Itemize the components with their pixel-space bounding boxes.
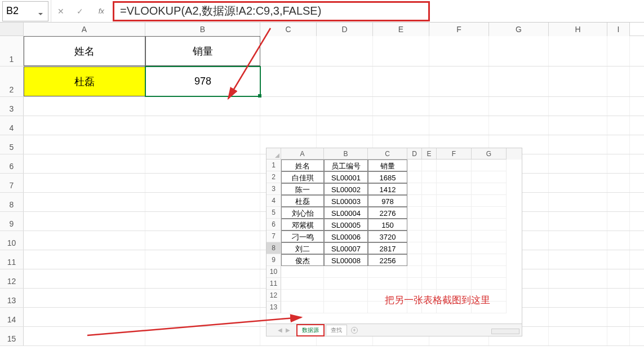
inset-cell[interactable]: SL00004	[324, 207, 368, 219]
inset-cell[interactable]: 150	[368, 219, 407, 231]
inset-cell[interactable]	[472, 231, 507, 242]
col-header-D[interactable]: D	[317, 23, 373, 36]
col-header-A[interactable]: A	[24, 23, 145, 36]
col-header-F[interactable]: F	[429, 23, 489, 36]
col-header-B[interactable]: B	[145, 23, 260, 36]
inset-cell[interactable]: SL00007	[324, 242, 368, 254]
inset-cell[interactable]	[407, 231, 422, 242]
inset-cell[interactable]: SL00005	[324, 219, 368, 231]
inset-cell[interactable]	[472, 242, 507, 254]
cancel-icon[interactable]: ✕	[56, 7, 65, 16]
col-header-E[interactable]: E	[373, 23, 429, 36]
inset-cell[interactable]	[472, 195, 507, 207]
inset-cell[interactable]	[422, 195, 437, 207]
inset-cell[interactable]	[422, 231, 437, 242]
fx-icon[interactable]: fx	[99, 7, 104, 15]
inset-cell[interactable]: SL00001	[324, 171, 368, 183]
inset-tab-active[interactable]: 数据源	[296, 324, 325, 336]
inset-col-G[interactable]: G	[472, 148, 507, 160]
inset-row-header[interactable]: 7	[267, 231, 281, 242]
inset-cell[interactable]	[437, 207, 472, 219]
cell-A1[interactable]: 姓名	[24, 36, 145, 66]
inset-cell[interactable]: 刘二	[281, 242, 324, 254]
inset-cell[interactable]	[422, 183, 437, 195]
cell-G2[interactable]	[489, 67, 549, 96]
inset-cell[interactable]: 陈一	[281, 183, 324, 195]
inset-row-header[interactable]: 11	[267, 278, 281, 290]
inset-cell[interactable]	[437, 231, 472, 242]
cell-D1[interactable]	[317, 36, 373, 66]
cell-C2[interactable]	[260, 67, 317, 96]
cell-H1[interactable]	[549, 36, 607, 66]
inset-row-header[interactable]: 10	[267, 266, 281, 278]
inset-cell[interactable]: 2276	[368, 207, 407, 219]
inset-cell[interactable]	[407, 254, 422, 266]
inset-cell[interactable]	[437, 160, 472, 171]
cell-E1[interactable]	[373, 36, 429, 66]
cell-G1[interactable]	[489, 36, 549, 66]
cell-I2[interactable]	[607, 67, 630, 96]
inset-cell[interactable]: SL00002	[324, 183, 368, 195]
inset-cell[interactable]	[472, 171, 507, 183]
inset-cell[interactable]	[422, 171, 437, 183]
inset-add-sheet-icon[interactable]: +	[351, 327, 358, 334]
row-header-12[interactable]: 12	[0, 269, 24, 288]
inset-col-E[interactable]: E	[422, 148, 437, 160]
inset-row-header[interactable]: 2	[267, 171, 281, 183]
inset-row-header[interactable]: 4	[267, 195, 281, 207]
inset-cell[interactable]: SL00006	[324, 231, 368, 242]
name-box[interactable]: B2	[2, 1, 48, 21]
inset-cell[interactable]	[437, 195, 472, 207]
inset-cell[interactable]: 邓紫棋	[281, 219, 324, 231]
row-header-9[interactable]: 9	[0, 212, 24, 231]
row-header-3[interactable]: 3	[0, 97, 24, 116]
inset-col-A[interactable]: A	[281, 148, 324, 160]
inset-cell[interactable]: 2817	[368, 242, 407, 254]
row-header-1[interactable]: 1	[0, 36, 24, 66]
cell-B1[interactable]: 销量	[145, 36, 260, 66]
inset-cell[interactable]: SL00003	[324, 195, 368, 207]
inset-select-all[interactable]	[267, 148, 281, 160]
inset-cell[interactable]	[407, 171, 422, 183]
row-header-10[interactable]: 10	[0, 231, 24, 250]
inset-cell[interactable]	[422, 219, 437, 231]
cell-D2[interactable]	[317, 67, 373, 96]
cell-E2[interactable]	[373, 67, 429, 96]
row-header-2[interactable]: 2	[0, 67, 24, 96]
row-header-14[interactable]: 14	[0, 308, 24, 326]
inset-row-header[interactable]: 8	[267, 242, 281, 254]
inset-cell[interactable]: 杜磊	[281, 195, 324, 207]
inset-cell[interactable]	[437, 242, 472, 254]
inset-cell[interactable]	[422, 160, 437, 171]
name-box-dropdown-icon[interactable]	[38, 8, 45, 15]
inset-cell[interactable]	[407, 242, 422, 254]
inset-cell[interactable]	[437, 171, 472, 183]
cell-B2[interactable]: 978	[145, 67, 260, 96]
inset-cell[interactable]	[437, 183, 472, 195]
row-header-11[interactable]: 11	[0, 250, 24, 269]
inset-cell[interactable]	[472, 219, 507, 231]
inset-col-F[interactable]: F	[437, 148, 472, 160]
inset-cell[interactable]	[437, 254, 472, 266]
inset-cell[interactable]	[407, 183, 422, 195]
inset-cell[interactable]: 1685	[368, 171, 407, 183]
inset-h-scrollbar[interactable]	[491, 329, 519, 334]
col-header-G[interactable]: G	[489, 23, 549, 36]
inset-cell[interactable]	[422, 254, 437, 266]
inset-cell[interactable]	[422, 242, 437, 254]
formula-input[interactable]: =VLOOKUP(A2,数据源!A2:C9,3,FALSE)	[113, 1, 430, 21]
inset-cell[interactable]	[472, 183, 507, 195]
tab-nav-prev-icon[interactable]: ◀	[278, 327, 282, 333]
select-all-corner[interactable]	[0, 23, 24, 36]
inset-row-header[interactable]: 6	[267, 219, 281, 231]
row-header-4[interactable]: 4	[0, 116, 24, 135]
inset-cell[interactable]: 2256	[368, 254, 407, 266]
inset-row-header[interactable]: 3	[267, 183, 281, 195]
inset-cell[interactable]	[437, 219, 472, 231]
inset-cell[interactable]: SL00008	[324, 254, 368, 266]
inset-cell[interactable]: 978	[368, 195, 407, 207]
tab-nav-next-icon[interactable]: ▶	[286, 327, 290, 333]
inset-row-header[interactable]: 12	[267, 290, 281, 302]
inset-row-header[interactable]: 5	[267, 207, 281, 219]
inset-cell[interactable]: 3720	[368, 231, 407, 242]
